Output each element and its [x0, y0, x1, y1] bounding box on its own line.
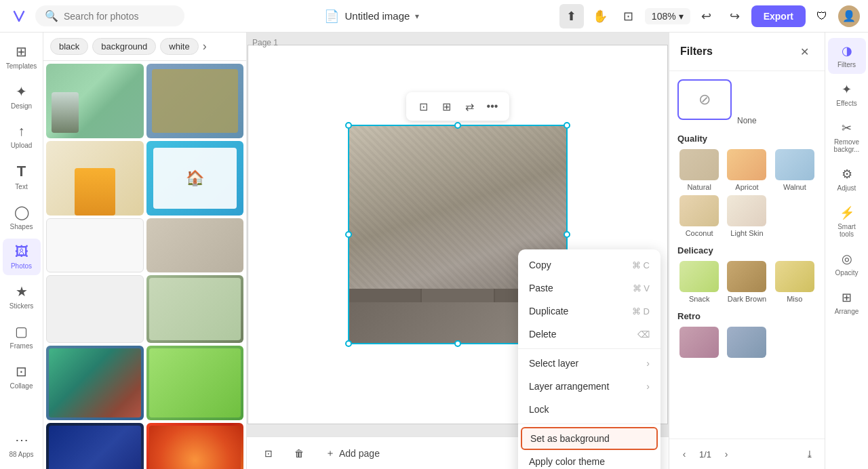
sidebar-item-design[interactable]: ✦ Design	[3, 78, 41, 115]
export-button[interactable]: Export	[751, 5, 806, 27]
menu-item-paste[interactable]: Paste ⌘ V	[518, 277, 660, 300]
menu-label-set-as-background: Set as background	[530, 433, 610, 444]
right-icon-filters[interactable]: ◑ Filters	[828, 38, 866, 74]
photo-item[interactable]	[146, 346, 244, 420]
photo-item[interactable]	[46, 423, 144, 469]
filter-retro-2[interactable]	[725, 327, 768, 361]
filter-coconut[interactable]: Coconut	[677, 195, 721, 237]
zoom-level: 108%	[652, 11, 676, 22]
photo-item[interactable]	[46, 218, 144, 272]
sidebar-item-upload[interactable]: ↑ Upload	[3, 118, 41, 155]
right-icon-adjust[interactable]: ⚙ Adjust	[828, 161, 866, 197]
photo-item[interactable]	[46, 275, 144, 343]
right-icon-remove-bg[interactable]: ✂ Remove backgr...	[828, 115, 866, 159]
avatar[interactable]: 👤	[838, 5, 860, 27]
selection-tool-swap[interactable]: ⇄	[459, 96, 479, 117]
handle-top-left[interactable]	[345, 122, 352, 129]
right-icon-smart-tools[interactable]: ⚡ Smart tools	[828, 200, 866, 243]
filter-walnut[interactable]: Walnut	[773, 149, 816, 191]
photo-item[interactable]	[46, 346, 144, 420]
filter-miso[interactable]: Miso	[773, 261, 816, 303]
photo-item[interactable]	[146, 423, 244, 469]
search-icon: 🔍	[45, 9, 58, 22]
shield-icon[interactable]: 🛡	[810, 4, 834, 28]
filters-content: ⊘ None Quality Natural Apricot Walnut	[669, 71, 825, 439]
filter-thumb-miso	[775, 261, 814, 292]
selection-tool-resize[interactable]: ⊡	[413, 96, 433, 117]
filter-thumb-lightskin	[727, 195, 766, 226]
menu-item-apply-color-theme[interactable]: Apply color theme	[518, 450, 660, 469]
menu-item-copy[interactable]: Copy ⌘ C	[518, 253, 660, 277]
right-icon-opacity[interactable]: ◎ Opacity	[828, 246, 866, 282]
filter-lightskin[interactable]: Light Skin	[725, 195, 768, 237]
search-box[interactable]: 🔍	[35, 5, 184, 26]
zoom-control[interactable]: 108% ▾	[645, 8, 690, 24]
redo-button[interactable]: ↪	[723, 4, 747, 28]
undo-button[interactable]: ↩	[694, 4, 719, 28]
tag-more-icon[interactable]: ›	[203, 39, 207, 54]
sidebar-item-stickers[interactable]: ★ Stickers	[3, 278, 41, 315]
duplicate-page-button[interactable]: ⊡	[258, 444, 279, 463]
select-tool-button[interactable]: ⬆	[559, 4, 584, 28]
opacity-icon: ◎	[842, 251, 852, 266]
filter-darkbrown[interactable]: Dark Brown	[725, 261, 768, 303]
handle-left-middle[interactable]	[345, 231, 352, 238]
sidebar-item-frames[interactable]: ▢ Frames	[3, 318, 41, 355]
tag-background[interactable]: background	[92, 38, 156, 55]
close-filters-button[interactable]: ✕	[795, 42, 814, 61]
tag-white[interactable]: white	[160, 38, 198, 55]
photo-item[interactable]: 🏠	[146, 141, 244, 216]
logo-button[interactable]	[8, 5, 30, 27]
frame-tool-button[interactable]: ⊡	[616, 4, 641, 28]
filter-snack[interactable]: Snack	[677, 261, 721, 303]
sidebar-item-templates[interactable]: ⊞ Templates	[3, 38, 41, 75]
sidebar-item-photos[interactable]: 🖼 Photos	[3, 239, 41, 275]
trash-icon: 🗑	[294, 448, 304, 459]
photo-item[interactable]	[46, 141, 144, 216]
menu-item-duplicate[interactable]: Duplicate ⌘ D	[518, 300, 660, 323]
menu-item-select-layer[interactable]: Select layer ›	[518, 352, 660, 375]
handle-bottom-left[interactable]	[345, 340, 352, 347]
sidebar-item-collage[interactable]: ⊡ Collage	[3, 358, 41, 395]
filters-title: Filters	[680, 45, 713, 58]
photo-item[interactable]	[146, 275, 244, 343]
filter-natural[interactable]: Natural	[677, 149, 721, 191]
sidebar-item-shapes[interactable]: ◯ Shapes	[3, 199, 41, 236]
tag-black[interactable]: black	[50, 38, 88, 55]
selection-tool-grid[interactable]: ⊞	[436, 96, 456, 117]
filter-none-button[interactable]: ⊘	[677, 79, 732, 120]
filter-thumb-snack	[679, 261, 719, 292]
menu-item-lock[interactable]: Lock	[518, 398, 660, 421]
handle-top-right[interactable]	[564, 122, 570, 129]
hand-tool-button[interactable]: ✋	[588, 4, 612, 28]
adjust-icon: ⚙	[842, 167, 852, 182]
add-page-button[interactable]: ＋ Add page	[319, 443, 387, 464]
filter-apricot[interactable]: Apricot	[725, 149, 768, 191]
filter-download-icon[interactable]: ⤓	[800, 445, 819, 464]
photo-item[interactable]	[46, 64, 144, 138]
right-icon-arrange[interactable]: ⊞ Arrange	[828, 285, 866, 321]
menu-label-apply-color-theme: Apply color theme	[529, 456, 605, 467]
left-sidebar: ⊞ Templates ✦ Design ↑ Upload T Text ◯ S…	[0, 33, 43, 469]
filter-next-button[interactable]: ›	[717, 445, 736, 464]
handle-right-middle[interactable]	[564, 231, 570, 238]
menu-item-set-as-background[interactable]: Set as background	[521, 427, 658, 450]
sidebar-item-apps[interactable]: ⋯ 88 Apps	[3, 426, 41, 464]
handle-bottom-middle[interactable]	[454, 340, 461, 347]
filters-header: Filters ✕	[669, 33, 825, 71]
selection-tool-more[interactable]: •••	[482, 96, 502, 117]
delete-page-button[interactable]: 🗑	[288, 444, 311, 463]
filter-retro-1[interactable]	[677, 327, 721, 361]
filter-label-natural: Natural	[687, 183, 711, 191]
handle-top-middle[interactable]	[454, 122, 461, 129]
sidebar-item-text[interactable]: T Text	[3, 157, 41, 196]
right-icon-effects[interactable]: ✦ Effects	[828, 77, 866, 113]
search-input[interactable]	[64, 11, 175, 22]
menu-item-delete[interactable]: Delete ⌫	[518, 323, 660, 346]
filter-label-walnut: Walnut	[783, 183, 806, 191]
photo-item[interactable]	[146, 218, 244, 272]
photo-item[interactable]	[146, 64, 244, 138]
menu-item-layer-arrangement[interactable]: Layer arrangement ›	[518, 375, 660, 398]
chevron-down-icon[interactable]: ▾	[415, 12, 419, 21]
filter-prev-button[interactable]: ‹	[675, 445, 694, 464]
